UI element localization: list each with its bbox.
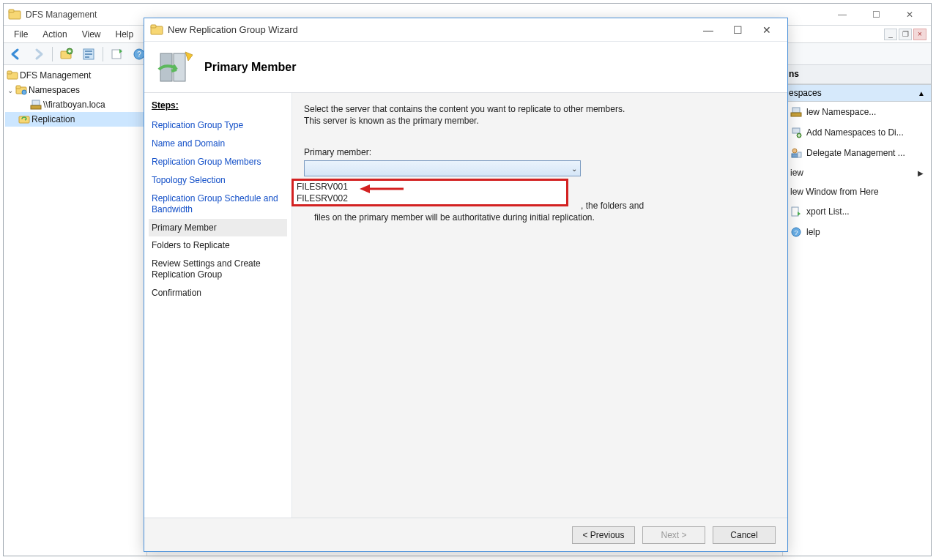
svg-point-23 bbox=[792, 149, 797, 153]
toolbar-properties-button[interactable] bbox=[79, 45, 98, 63]
svg-text:?: ? bbox=[794, 229, 798, 236]
action-delegate-management[interactable]: Delegate Management ... bbox=[783, 143, 931, 163]
toolbar-forward-button[interactable] bbox=[29, 45, 48, 63]
properties-icon bbox=[82, 48, 95, 61]
menu-view[interactable]: View bbox=[75, 28, 108, 41]
action-label: lew Namespace... bbox=[806, 107, 876, 117]
menu-action[interactable]: Action bbox=[35, 28, 74, 41]
new-namespace-icon bbox=[790, 106, 802, 118]
tree-replication[interactable]: Replication bbox=[5, 112, 145, 127]
dropdown-option-filesrv002[interactable]: FILESRV002 bbox=[294, 193, 566, 204]
menu-file[interactable]: File bbox=[7, 28, 35, 41]
svg-text:?: ? bbox=[137, 51, 141, 59]
mini-minimize-button[interactable]: _ bbox=[884, 29, 897, 40]
action-export-list[interactable]: xport List... bbox=[783, 201, 931, 222]
svg-rect-17 bbox=[31, 105, 41, 109]
toolbar-back-button[interactable] bbox=[7, 45, 26, 63]
svg-rect-6 bbox=[85, 53, 92, 55]
namespaces-icon bbox=[15, 84, 27, 96]
svg-marker-35 bbox=[360, 184, 370, 193]
tree-namespaces-label: Namespaces bbox=[29, 85, 80, 95]
action-help[interactable]: ? lelp bbox=[783, 222, 931, 242]
tree-root[interactable]: DFS Management bbox=[5, 68, 145, 83]
tree-replication-label: Replication bbox=[31, 114, 75, 124]
step-schedule-and-bandwidth[interactable]: Replication Group Schedule and Bandwidth bbox=[152, 190, 284, 219]
action-label: iew bbox=[790, 168, 803, 178]
hint-text-below: files on the primary member will be auth… bbox=[314, 212, 595, 223]
namespace-item-icon bbox=[30, 99, 42, 111]
toolbar-refresh-button[interactable] bbox=[108, 45, 127, 63]
action-label: Delegate Management ... bbox=[806, 148, 905, 158]
action-new-window[interactable]: lew Window from Here bbox=[783, 182, 931, 201]
wizard-maximize-button[interactable]: ☐ bbox=[723, 21, 752, 39]
replication-icon bbox=[18, 113, 30, 125]
svg-rect-5 bbox=[85, 51, 92, 52]
action-label: lew Window from Here bbox=[790, 187, 879, 197]
tree-caret-icon[interactable]: ⌄ bbox=[7, 86, 14, 94]
parent-close-button[interactable]: ✕ bbox=[893, 7, 926, 23]
wizard-body: Steps: Replication Group Type Name and D… bbox=[144, 93, 787, 518]
arrow-left-icon bbox=[10, 48, 23, 61]
svg-rect-14 bbox=[16, 86, 21, 89]
tree-root-label: DFS Management bbox=[20, 70, 91, 81]
wizard-titlebar: New Replication Group Wizard — ☐ ✕ bbox=[144, 18, 787, 42]
previous-button[interactable]: < Previous bbox=[572, 526, 635, 544]
toolbar-separator bbox=[103, 47, 103, 61]
action-new-namespace[interactable]: lew Namespace... bbox=[783, 102, 931, 122]
svg-rect-19 bbox=[792, 108, 800, 113]
new-replication-group-wizard: New Replication Group Wizard — ☐ ✕ Prima… bbox=[144, 18, 788, 552]
step-primary-member: Primary Member bbox=[149, 219, 287, 236]
wizard-title: New Replication Group Wizard bbox=[168, 24, 694, 35]
hint-text-right: , the folders and bbox=[581, 201, 644, 211]
actions-section-label: espaces bbox=[789, 88, 822, 98]
actions-section-title[interactable]: espaces ▲ bbox=[783, 84, 931, 102]
svg-rect-25 bbox=[798, 152, 801, 157]
next-button: Next > bbox=[642, 526, 705, 544]
parent-minimize-button[interactable]: — bbox=[825, 7, 859, 23]
mini-restore-button[interactable]: ❐ bbox=[899, 29, 912, 40]
arrow-right-icon bbox=[31, 48, 45, 61]
dropdown-caret-icon: ⌄ bbox=[571, 165, 577, 173]
wizard-close-button[interactable]: ✕ bbox=[752, 21, 781, 39]
step-topology-selection[interactable]: Topology Selection bbox=[152, 171, 284, 190]
tree-namespaces[interactable]: ⌄ Namespaces bbox=[5, 83, 145, 97]
svg-rect-16 bbox=[32, 100, 40, 105]
svg-rect-7 bbox=[85, 56, 89, 58]
delegate-icon bbox=[790, 147, 802, 159]
wizard-minimize-button[interactable]: — bbox=[694, 21, 723, 39]
svg-point-15 bbox=[22, 90, 26, 94]
svg-marker-33 bbox=[185, 52, 193, 61]
dfs-root-icon bbox=[7, 70, 18, 81]
intro-line-1: Select the server that contains the cont… bbox=[304, 103, 776, 115]
menu-help[interactable]: Help bbox=[108, 28, 141, 41]
action-view[interactable]: iew ▶ bbox=[783, 163, 931, 182]
wizard-page-title: Primary Member bbox=[204, 61, 296, 74]
svg-rect-24 bbox=[792, 154, 798, 157]
add-folder-icon bbox=[60, 48, 73, 61]
svg-rect-20 bbox=[791, 113, 801, 116]
wizard-steps-pane: Steps: Replication Group Type Name and D… bbox=[144, 93, 292, 518]
tree-namespace-item-label: \\firatboyan.loca bbox=[43, 100, 105, 110]
add-namespaces-icon bbox=[790, 127, 802, 138]
refresh-icon bbox=[111, 48, 124, 61]
step-folders-to-replicate: Folders to Replicate bbox=[152, 236, 284, 255]
dropdown-option-filesrv001[interactable]: FILESRV001 bbox=[294, 181, 566, 193]
wizard-footer: < Previous Next > Cancel bbox=[144, 518, 787, 551]
mini-close-button[interactable]: × bbox=[913, 29, 926, 40]
step-name-and-domain[interactable]: Name and Domain bbox=[152, 135, 284, 153]
intro-line-2: This server is known as the primary memb… bbox=[304, 115, 776, 127]
step-replication-group-members[interactable]: Replication Group Members bbox=[152, 153, 284, 171]
step-confirmation: Confirmation bbox=[152, 284, 284, 302]
parent-maximize-button[interactable]: ☐ bbox=[859, 7, 893, 23]
cancel-button[interactable]: Cancel bbox=[713, 526, 776, 544]
action-add-namespaces[interactable]: Add Namespaces to Di... bbox=[783, 122, 931, 143]
tree-pane: DFS Management ⌄ Namespaces \\firatboyan… bbox=[4, 65, 147, 556]
svg-rect-26 bbox=[792, 207, 798, 216]
step-replication-group-type[interactable]: Replication Group Type bbox=[152, 116, 284, 135]
collapse-icon: ▲ bbox=[918, 89, 925, 97]
toolbar-add-button[interactable] bbox=[57, 45, 76, 63]
action-label: xport List... bbox=[806, 206, 850, 217]
tree-namespace-item[interactable]: \\firatboyan.loca bbox=[5, 97, 145, 112]
primary-member-dropdown[interactable]: ⌄ bbox=[304, 160, 581, 176]
annotation-arrow-icon bbox=[360, 182, 404, 195]
